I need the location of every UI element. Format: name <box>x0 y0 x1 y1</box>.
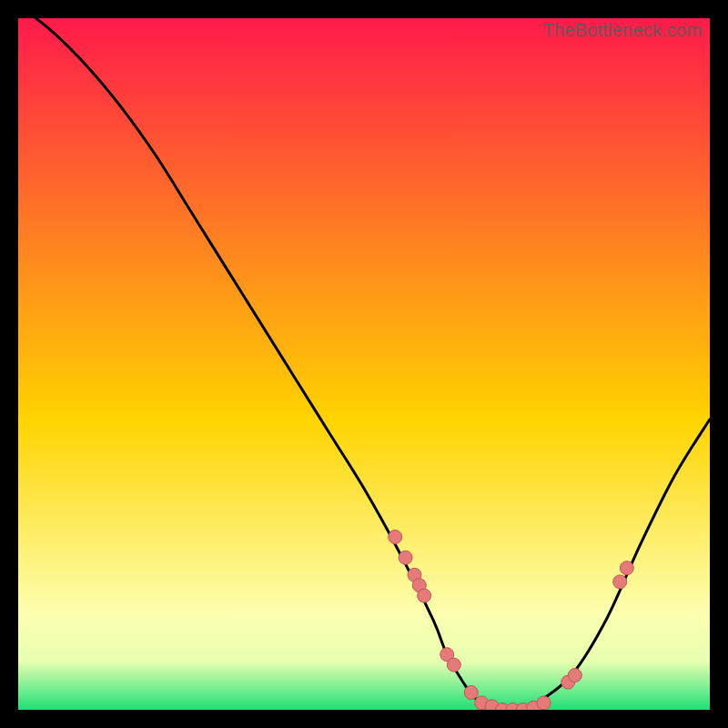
marker-dot <box>447 658 460 672</box>
marker-dot <box>464 686 478 700</box>
marker-dot <box>418 589 431 602</box>
marker-dot <box>389 531 402 544</box>
marker-dot <box>568 669 581 682</box>
watermark-text: TheBottleneck.com <box>543 20 703 41</box>
gradient-background <box>18 18 710 710</box>
marker-dot <box>613 575 627 589</box>
marker-dot <box>537 696 551 710</box>
bottleneck-chart <box>18 18 710 710</box>
chart-frame: TheBottleneck.com <box>18 18 710 710</box>
marker-dot <box>620 561 633 575</box>
plot-area: TheBottleneck.com <box>18 18 710 710</box>
marker-dot <box>399 551 412 564</box>
